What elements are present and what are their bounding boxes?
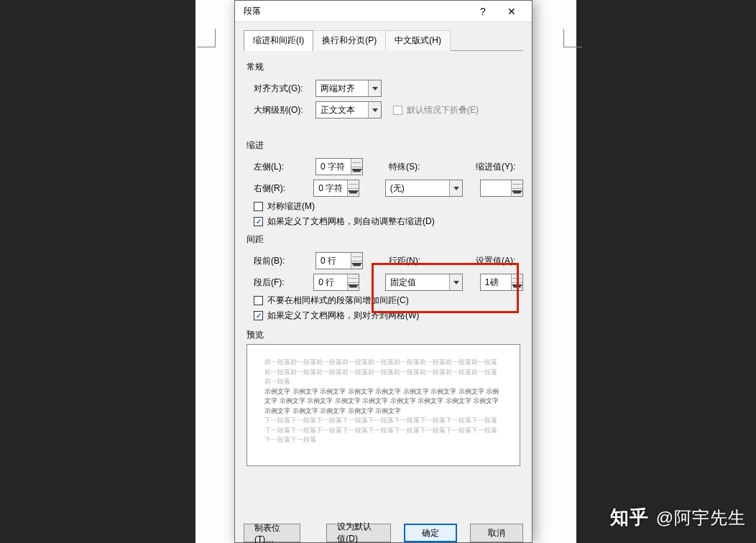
spin-down-icon[interactable] xyxy=(351,167,362,175)
zhihu-logo: 知乎 xyxy=(610,505,649,530)
ok-button[interactable]: 确定 xyxy=(404,524,457,542)
at-label: 设置值(A): xyxy=(476,255,523,267)
preview-faded-text: 下一段落下一段落下一段落下一段落下一段落下一段落下一段落下一段落下一段落下一段落… xyxy=(264,416,502,445)
spin-up-icon[interactable] xyxy=(348,180,359,189)
line-spacing-combo[interactable]: 固定值 xyxy=(385,274,463,291)
collapse-checkbox: 默认情况下折叠(E) xyxy=(393,104,479,116)
checkbox-icon[interactable] xyxy=(254,217,263,226)
crop-mark xyxy=(197,29,216,47)
section-preview: 预览 xyxy=(246,329,523,341)
watermark: 知乎 @阿宇先生 xyxy=(610,505,746,530)
spin-up-icon[interactable] xyxy=(348,274,359,283)
no-space-same-style-checkbox[interactable]: 不要在相同样式的段落间增加间距(C) xyxy=(254,294,523,307)
cancel-button[interactable]: 取消 xyxy=(470,524,523,542)
checkbox-icon[interactable] xyxy=(254,296,263,305)
spin-up-icon[interactable] xyxy=(351,159,362,167)
alignment-label: 对齐方式(G): xyxy=(254,83,310,95)
spin-down-icon[interactable] xyxy=(512,283,522,291)
spin-down-icon[interactable] xyxy=(512,189,522,197)
chevron-down-icon[interactable] xyxy=(449,274,462,290)
preview-faded-text: 前一段落前一段落前一段落前一段落前一段落前一段落前一段落前一段落前一段落前一段落… xyxy=(264,358,502,387)
outline-label: 大纲级别(O): xyxy=(254,104,310,116)
indent-left-label: 左侧(L): xyxy=(254,161,310,173)
set-default-button[interactable]: 设为默认值(D) xyxy=(326,524,391,542)
dialog-body: 常规 对齐方式(G): 两端对齐 大纲级别(O): 正文文本 默认情况下折叠(E… xyxy=(235,51,532,516)
indent-left-spinner[interactable]: 0 字符 xyxy=(315,158,363,175)
outline-combo[interactable]: 正文文本 xyxy=(315,101,382,119)
section-general: 常规 xyxy=(246,61,523,73)
section-indent: 缩进 xyxy=(246,139,523,152)
tab-indent-spacing[interactable]: 缩进和间距(I) xyxy=(244,30,313,51)
dialog-title: 段落 xyxy=(244,5,469,17)
spin-up-icon[interactable] xyxy=(512,274,522,283)
tab-asian[interactable]: 中文版式(H) xyxy=(386,30,451,51)
chevron-down-icon[interactable] xyxy=(368,102,381,118)
section-spacing: 间距 xyxy=(246,233,523,246)
title-bar: 段落 ? ✕ xyxy=(235,1,532,22)
spin-down-icon[interactable] xyxy=(348,189,359,197)
line-spacing-label: 行距(N): xyxy=(389,255,432,267)
at-spinner[interactable]: 1磅 xyxy=(480,274,523,291)
space-after-label: 段后(F): xyxy=(254,277,308,289)
checkbox-icon[interactable] xyxy=(254,202,263,211)
dialog-buttons: 制表位(T)… 设为默认值(D) 确定 取消 xyxy=(235,516,532,542)
special-label: 特殊(S): xyxy=(389,161,432,173)
snap-to-grid-checkbox[interactable]: 如果定义了文档网格，则对齐到网格(W) xyxy=(254,310,523,322)
indent-right-label: 右侧(R): xyxy=(254,182,308,195)
close-button[interactable]: ✕ xyxy=(497,1,526,22)
help-button[interactable]: ? xyxy=(469,1,497,22)
preview-box: 前一段落前一段落前一段落前一段落前一段落前一段落前一段落前一段落前一段落前一段落… xyxy=(246,344,520,466)
alignment-combo[interactable]: 两端对齐 xyxy=(315,80,382,97)
tab-line-page[interactable]: 换行和分页(P) xyxy=(313,30,386,51)
mirror-indent-checkbox[interactable]: 对称缩进(M) xyxy=(254,200,523,213)
chevron-down-icon[interactable] xyxy=(449,180,462,196)
chevron-down-icon[interactable] xyxy=(368,80,381,96)
spin-up-icon[interactable] xyxy=(351,253,362,261)
spin-up-icon[interactable] xyxy=(512,180,522,189)
space-before-label: 段前(B): xyxy=(254,255,310,267)
paragraph-dialog: 段落 ? ✕ 缩进和间距(I) 换行和分页(P) 中文版式(H) 常规 对齐方式… xyxy=(234,0,533,543)
space-before-spinner[interactable]: 0 行 xyxy=(315,252,363,269)
indent-right-spinner[interactable]: 0 字符 xyxy=(313,180,359,197)
tab-strip: 缩进和间距(I) 换行和分页(P) 中文版式(H) xyxy=(235,22,532,50)
indent-by-label: 缩进值(Y): xyxy=(476,161,523,173)
preview-sample-text: 示例文字 示例文字 示例文字 示例文字 示例文字 示例文字 示例文字 示例文字 … xyxy=(264,387,502,417)
indent-by-spinner[interactable] xyxy=(480,180,523,197)
checkbox-icon xyxy=(393,106,402,115)
spin-down-icon[interactable] xyxy=(351,261,362,269)
spin-down-icon[interactable] xyxy=(348,283,359,291)
tabs-button[interactable]: 制表位(T)… xyxy=(244,524,300,542)
auto-right-indent-checkbox[interactable]: 如果定义了文档网格，则自动调整右缩进(D) xyxy=(254,215,523,228)
watermark-author: @阿宇先生 xyxy=(656,506,746,529)
crop-mark xyxy=(563,29,582,47)
space-after-spinner[interactable]: 0 行 xyxy=(313,274,359,291)
checkbox-icon[interactable] xyxy=(254,311,263,320)
special-combo[interactable]: (无) xyxy=(385,180,463,197)
